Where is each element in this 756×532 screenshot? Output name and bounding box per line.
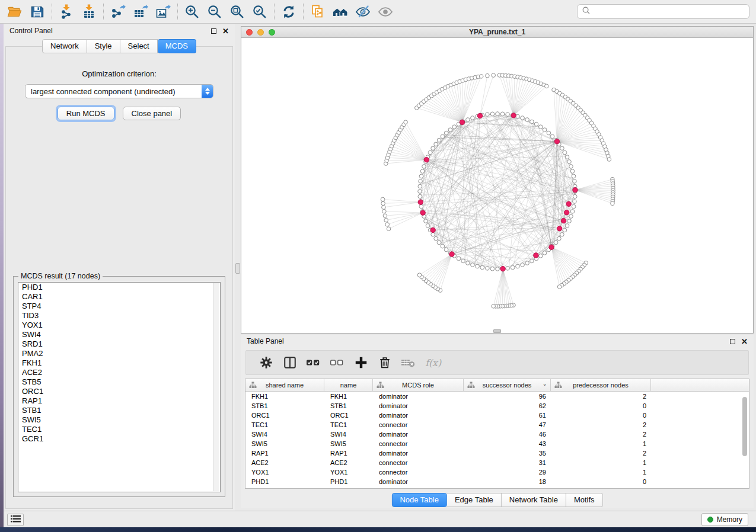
mcds-result-item[interactable]: STB5: [18, 377, 220, 387]
float-table-panel-icon[interactable]: [730, 339, 735, 344]
cell-name[interactable]: SWI4: [324, 430, 373, 439]
cell-successor-nodes[interactable]: 61: [464, 411, 551, 420]
tab-motifs[interactable]: Motifs: [566, 493, 603, 507]
table-row[interactable]: STB1STB1dominator620: [245, 401, 749, 411]
mcds-result-item[interactable]: RAP1: [18, 396, 220, 406]
table-row[interactable]: SWI5SWI5connector431: [245, 439, 749, 448]
cell-shared-name[interactable]: ORC1: [245, 411, 324, 420]
cell-MCDS-role[interactable]: dominator: [373, 411, 464, 420]
network-window-titlebar[interactable]: YPA_prune.txt_1: [241, 27, 753, 38]
table-row[interactable]: FKH1FKH1dominator962: [245, 392, 749, 401]
zoom-out-icon[interactable]: [203, 2, 226, 21]
horizontal-splitter-handle[interactable]: [493, 329, 501, 333]
cell-successor-nodes[interactable]: 31: [464, 458, 551, 467]
import-table-icon[interactable]: [78, 2, 100, 21]
export-network-icon[interactable]: [107, 2, 129, 21]
cell-shared-name[interactable]: YOX1: [245, 467, 324, 477]
zoom-in-icon[interactable]: [181, 2, 203, 21]
run-mcds-button[interactable]: Run MCDS: [58, 107, 114, 120]
mcds-result-item[interactable]: CAR1: [18, 292, 220, 302]
show-all-icon[interactable]: [374, 2, 397, 21]
hide-selected-icon[interactable]: [352, 2, 374, 21]
table-row[interactable]: YOX1YOX1connector291: [245, 467, 749, 477]
export-image-icon[interactable]: [152, 2, 174, 21]
cell-shared-name[interactable]: ACE2: [245, 458, 324, 467]
result-list-scrollbar[interactable]: [213, 283, 219, 491]
mcds-result-item[interactable]: YOX1: [18, 321, 220, 330]
table-row[interactable]: ORC1ORC1dominator610: [245, 411, 749, 420]
import-network-icon[interactable]: [55, 2, 78, 21]
first-neighbors-icon[interactable]: [329, 2, 352, 21]
table-row[interactable]: ACE2ACE2connector311: [245, 458, 749, 467]
sort-descending-icon[interactable]: ⌄: [543, 380, 547, 387]
tab-select[interactable]: Select: [120, 39, 158, 53]
cell-name[interactable]: TEC1: [324, 420, 373, 430]
tab-mcds[interactable]: MCDS: [158, 39, 196, 53]
cell-MCDS-role[interactable]: connector: [373, 439, 464, 448]
add-column-icon[interactable]: [353, 354, 369, 371]
cell-name[interactable]: ACE2: [324, 458, 373, 467]
select-all-rows-icon[interactable]: [305, 354, 322, 371]
cell-predecessor-nodes[interactable]: 0: [551, 477, 651, 486]
mcds-result-item[interactable]: ORC1: [18, 387, 220, 396]
column-header-successor-nodes[interactable]: successor nodes⌄: [464, 379, 551, 391]
close-panel-icon[interactable]: ✕: [222, 27, 229, 35]
cell-predecessor-nodes[interactable]: 2: [551, 430, 651, 439]
duplicate-network-icon[interactable]: [307, 2, 329, 21]
cell-shared-name[interactable]: SWI5: [245, 439, 324, 448]
table-row[interactable]: RAP1RAP1dominator352: [245, 448, 749, 458]
cell-name[interactable]: ORC1: [324, 411, 373, 420]
column-header-MCDS-role[interactable]: MCDS role: [373, 379, 464, 391]
cell-predecessor-nodes[interactable]: 2: [551, 420, 651, 430]
vertical-splitter-handle[interactable]: [235, 263, 240, 274]
cell-MCDS-role[interactable]: connector: [373, 420, 464, 430]
table-row[interactable]: PHD1PHD1dominator180: [245, 477, 749, 486]
node-table[interactable]: shared namenameMCDS rolesuccessor nodes⌄…: [245, 379, 749, 489]
zoom-selected-icon[interactable]: [248, 2, 271, 21]
cell-successor-nodes[interactable]: 35: [464, 448, 551, 458]
column-header-shared-name[interactable]: shared name: [245, 379, 324, 391]
cell-shared-name[interactable]: FKH1: [245, 392, 324, 401]
cell-shared-name[interactable]: TEC1: [245, 420, 324, 430]
network-canvas[interactable]: [241, 38, 753, 333]
tab-network-table[interactable]: Network Table: [502, 493, 566, 507]
minimize-window-icon[interactable]: [257, 29, 264, 36]
cell-MCDS-role[interactable]: dominator: [373, 392, 464, 401]
memory-button[interactable]: Memory: [701, 513, 748, 526]
mcds-result-item[interactable]: SWI5: [18, 415, 220, 425]
mcds-result-item[interactable]: GCR1: [18, 434, 220, 444]
cell-name[interactable]: FKH1: [324, 392, 373, 401]
mcds-result-item[interactable]: PMA2: [18, 349, 220, 358]
cell-shared-name[interactable]: RAP1: [245, 448, 324, 458]
task-history-button[interactable]: [7, 514, 24, 526]
cell-MCDS-role[interactable]: dominator: [373, 430, 464, 439]
zoom-fit-icon[interactable]: [226, 2, 248, 21]
cell-successor-nodes[interactable]: 62: [464, 401, 551, 411]
delete-column-icon[interactable]: [377, 354, 393, 371]
cell-MCDS-role[interactable]: connector: [373, 458, 464, 467]
close-window-icon[interactable]: [246, 29, 253, 36]
column-browser-icon[interactable]: [282, 354, 298, 371]
mcds-result-item[interactable]: FKH1: [18, 358, 220, 368]
cell-successor-nodes[interactable]: 96: [464, 392, 551, 401]
table-row[interactable]: TEC1TEC1connector472: [245, 420, 749, 430]
cell-successor-nodes[interactable]: 18: [464, 477, 551, 486]
search-box[interactable]: [577, 4, 749, 19]
mcds-result-item[interactable]: SWI4: [18, 330, 220, 339]
mcds-result-item[interactable]: TID3: [18, 311, 220, 321]
cell-predecessor-nodes[interactable]: 1: [551, 458, 651, 467]
tab-node-table[interactable]: Node Table: [391, 493, 447, 507]
tab-network[interactable]: Network: [42, 39, 87, 53]
export-table-icon[interactable]: [129, 2, 152, 21]
float-panel-icon[interactable]: [211, 28, 216, 34]
cell-name[interactable]: STB1: [324, 401, 373, 411]
close-panel-button[interactable]: Close panel: [123, 107, 181, 120]
cell-shared-name[interactable]: STB1: [245, 401, 324, 411]
cell-MCDS-role[interactable]: dominator: [373, 477, 464, 486]
cell-predecessor-nodes[interactable]: 2: [551, 392, 651, 401]
cell-name[interactable]: YOX1: [324, 467, 373, 477]
mcds-result-item[interactable]: STB1: [18, 406, 220, 415]
cell-shared-name[interactable]: SWI4: [245, 430, 324, 439]
cell-successor-nodes[interactable]: 47: [464, 420, 551, 430]
column-settings-icon[interactable]: [258, 354, 275, 371]
